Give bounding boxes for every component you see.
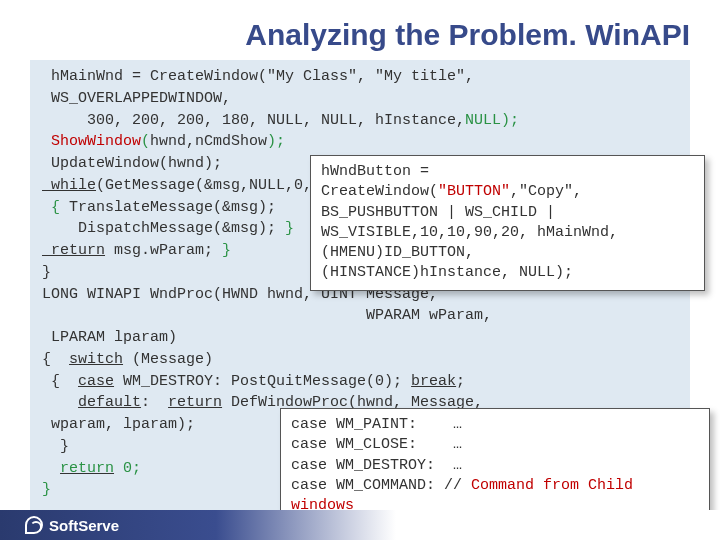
code-brace: } bbox=[276, 220, 294, 237]
callout-button-literal: "BUTTON" bbox=[438, 183, 510, 200]
code-line: { bbox=[42, 351, 69, 368]
code-return: return bbox=[60, 460, 114, 477]
callout-create-button: hWndButton = CreateWindow("BUTTON","Copy… bbox=[310, 155, 705, 291]
code-paren: ( bbox=[141, 133, 150, 150]
callout-text: hWndButton = CreateWindow( bbox=[321, 163, 438, 200]
code-line: 0; bbox=[114, 460, 141, 477]
code-while: while bbox=[42, 177, 96, 194]
code-line: } bbox=[42, 481, 51, 498]
code-return: return bbox=[42, 242, 105, 259]
code-line: WPARAM wParam, bbox=[42, 307, 492, 324]
code-line: TranslateMessage(&msg); bbox=[69, 199, 276, 216]
brand-swirl-icon bbox=[25, 516, 43, 534]
code-args: hwnd,nCmdShow bbox=[150, 133, 267, 150]
code-default: default bbox=[78, 394, 141, 411]
code-line: { bbox=[42, 373, 78, 390]
code-line: (Message) bbox=[123, 351, 213, 368]
code-line: ; bbox=[456, 373, 465, 390]
code-line: DispatchMessage(&msg); bbox=[42, 220, 276, 237]
code-line: UpdateWindow(hwnd); bbox=[42, 155, 222, 172]
code-switch: switch bbox=[69, 351, 123, 368]
code-break: break bbox=[411, 373, 456, 390]
code-line: WS_OVERLAPPEDWINDOW, bbox=[42, 90, 231, 107]
code-case: case bbox=[78, 373, 114, 390]
code-line bbox=[42, 460, 60, 477]
code-line: LPARAM lparam) bbox=[42, 329, 177, 346]
slide-title: Analyzing the Problem. WinAPI bbox=[0, 18, 690, 52]
code-line: : bbox=[141, 394, 168, 411]
code-return: return bbox=[168, 394, 222, 411]
code-showwindow: ShowWindow bbox=[42, 133, 141, 150]
code-brace: } bbox=[213, 242, 231, 259]
code-line: 300, 200, 200, 180, NULL, NULL, hInstanc… bbox=[42, 112, 465, 129]
code-paren: ); bbox=[267, 133, 285, 150]
code-line: WM_DESTROY: PostQuitMessage(0); bbox=[114, 373, 411, 390]
code-line: } bbox=[42, 438, 69, 455]
code-line: } bbox=[42, 264, 51, 281]
code-brace: { bbox=[42, 199, 69, 216]
brand-name: SoftServe bbox=[49, 517, 119, 534]
callout-text: case WM_PAINT: … case WM_CLOSE: … case W… bbox=[291, 416, 471, 494]
code-line: hMainWnd = CreateWindow("My Class", "My … bbox=[42, 68, 474, 85]
code-line: (GetMessage(&msg,NULL,0,0)) bbox=[96, 177, 339, 194]
code-null: NULL); bbox=[465, 112, 519, 129]
code-line: msg.wParam; bbox=[105, 242, 213, 259]
code-line: wparam, lparam); bbox=[42, 416, 195, 433]
footer-bar: SoftServe bbox=[0, 510, 720, 540]
code-line bbox=[42, 394, 78, 411]
